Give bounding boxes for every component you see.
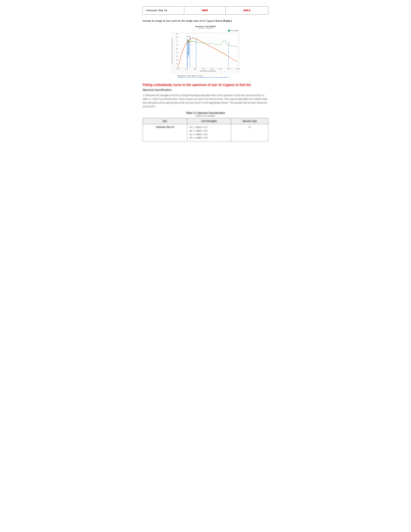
row-star-name: Unknown Star 19 — [143, 124, 187, 141]
col-header-line-strengths: Line Strengths — [187, 118, 231, 124]
chart-legend: 41CYGNUS — [171, 30, 240, 32]
wavelength-value: 604.6 — [226, 7, 268, 15]
svg-text:70: 70 — [176, 40, 177, 42]
bottom-table-subtitle: Based on Line Strengths — [143, 115, 268, 117]
row-line-strengths: Hα = 1: 35575 = 0.17 Hβ = 1: 38635 = 0.3… — [187, 124, 231, 141]
legend-label: 41CYGNUS — [231, 30, 239, 31]
svg-text:Flux Density (1e-15 ergs per c: Flux Density (1e-15 ergs per cm² per sec… — [171, 38, 173, 64]
svg-text:Hv: Hv — [192, 37, 194, 38]
intro-bold: (5 pts.) — [223, 19, 232, 22]
legend-color-box — [228, 30, 230, 32]
col-header-spectral-type: Spectral Type — [231, 118, 268, 124]
spectrum-chart: Spectrum of 41CYGNUS 3/17/2021, 2:59:06 … — [171, 26, 240, 78]
svg-text:4500: 4500 — [194, 68, 196, 70]
svg-text:0: 0 — [177, 66, 178, 68]
svg-text:3500: 3500 — [177, 68, 179, 70]
svg-point-56 — [188, 41, 190, 42]
svg-text:6000: 6000 — [219, 68, 222, 70]
blurred-section-heading: Fitting a blackbody curve to the spectru… — [143, 83, 268, 87]
svg-text:Wavelength (Angstroms): Wavelength (Angstroms) — [200, 70, 216, 72]
row-spectral-type: G — [231, 124, 268, 141]
blurred-subheading: Spectral classification — [143, 88, 268, 92]
temperature-value: 4800 — [184, 7, 226, 15]
svg-text:7500: 7500 — [239, 68, 240, 70]
svg-text:4000: 4000 — [185, 68, 188, 70]
intro-paragraph: Include an image of your work for the si… — [143, 19, 268, 23]
svg-text:Hc: Hc — [187, 52, 188, 53]
svg-text:80: 80 — [176, 37, 177, 38]
svg-text:50: 50 — [176, 48, 177, 49]
top-table: Unknown Star 19 4800 604.6 — [143, 6, 268, 15]
svg-text:H5: H5 — [189, 37, 191, 38]
col-header-star: Star — [143, 118, 187, 124]
svg-text:Hγ: Hγ — [189, 38, 191, 39]
chart-subtitle: 3/17/2021, 2:59:06 PM — [171, 28, 240, 29]
svg-text:30: 30 — [176, 56, 177, 57]
svg-text:6500: 6500 — [227, 68, 230, 70]
svg-text:60: 60 — [176, 44, 177, 46]
chart-caption: Temperature: 7,200 K, peak λ = 4.031 Å — [171, 75, 240, 76]
classification-table: Star Line Strengths Spectral Type Unknow… — [143, 118, 268, 141]
star-name: Unknown Star 19 — [143, 7, 184, 15]
svg-text:90: 90 — [176, 33, 177, 34]
svg-text:Hβ: Hβ — [195, 38, 197, 40]
chart-title: Spectrum of 41CYGNUS — [171, 26, 240, 28]
svg-text:7000: 7000 — [236, 68, 239, 70]
table-row: Unknown Star 19 Hα = 1: 35575 = 0.17 Hβ … — [143, 124, 268, 141]
svg-text:10: 10 — [176, 63, 177, 65]
spectrum-svg: 90 80 70 60 50 40 30 20 10 0 3500 4000 4… — [171, 32, 240, 74]
svg-text:5500: 5500 — [211, 68, 213, 70]
bottom-table-title: Table 3.1 Spectral Classification — [143, 112, 268, 114]
chart-svg-container: 90 80 70 60 50 40 30 20 10 0 3500 4000 4… — [171, 32, 240, 74]
blurred-paragraph: 3. Determine the strengths of the four s… — [143, 94, 268, 108]
svg-text:Hα: Hα — [228, 42, 230, 43]
svg-text:40: 40 — [176, 52, 177, 53]
bottom-table-wrapper: Table 3.1 Spectral Classification Based … — [143, 112, 268, 141]
intro-text-main: Include an image of your work for the si… — [143, 19, 223, 22]
svg-text:5000: 5000 — [202, 68, 205, 70]
chart-caption-hydrogen: Hydrogen (H): 3750, 3771, 3798, 3835, 38… — [171, 76, 240, 78]
intro-colon: : — [232, 19, 232, 22]
svg-text:20: 20 — [176, 59, 177, 61]
